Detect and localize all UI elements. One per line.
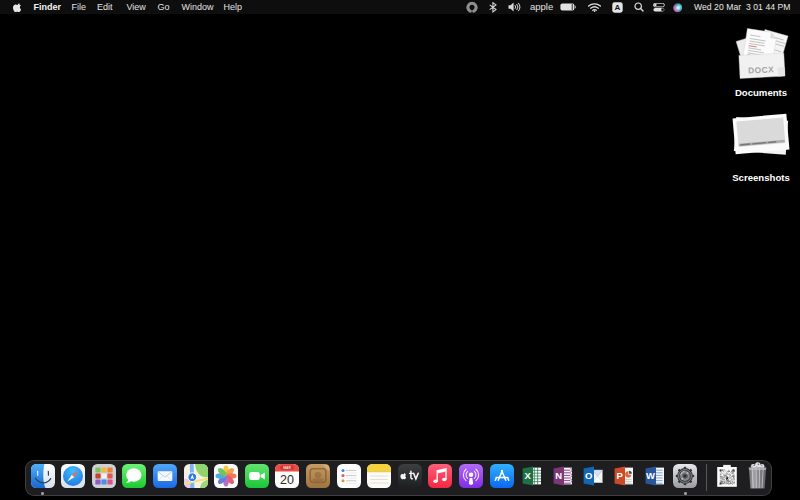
- svg-text:W: W: [646, 470, 655, 481]
- svg-text:DOCX: DOCX: [748, 64, 775, 75]
- svg-text:A: A: [615, 3, 621, 12]
- svg-text:X: X: [525, 470, 532, 481]
- svg-text:MAR: MAR: [283, 465, 291, 469]
- svg-text:P: P: [616, 470, 623, 481]
- svg-text:O: O: [585, 470, 592, 481]
- svg-text:20: 20: [280, 472, 294, 486]
- svg-text:N: N: [555, 470, 562, 481]
